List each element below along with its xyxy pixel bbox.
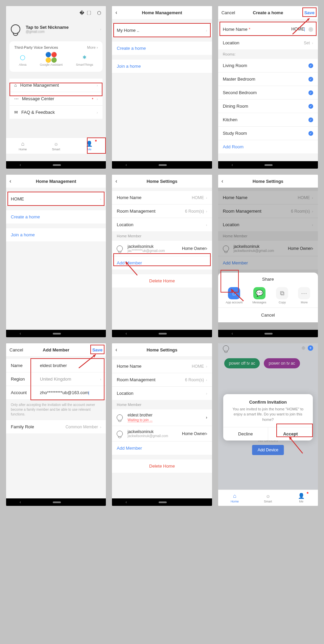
member-row[interactable]: jackwilsoninukjackwilsoninuk@gmail.com H… (112, 426, 212, 441)
save-button[interactable]: Save (304, 10, 315, 15)
region-row[interactable]: RegionUnited Kingdom› (6, 372, 106, 386)
avatar-icon (223, 245, 229, 252)
avatar-icon (117, 414, 123, 421)
home-name-row[interactable]: Home Name * HOME ✕ (218, 22, 318, 36)
room-item[interactable]: Master Bedroom✓ (218, 72, 318, 86)
page-title: Home Settings (146, 179, 177, 184)
chevron-icon: › (100, 27, 101, 31)
faq-icon: ✉ (14, 110, 18, 115)
voice-alexa[interactable]: ◯Alexa (19, 53, 27, 66)
tab-home[interactable]: ⌂Home (218, 490, 251, 506)
save-button[interactable]: Save (92, 347, 102, 352)
delete-home-button[interactable]: Delete Home (112, 274, 212, 287)
scan-icon[interactable]: �〔〕 (79, 10, 94, 16)
page-title: Home Management (142, 10, 182, 15)
member-header: Home Member (112, 231, 212, 241)
hint-text: Only after accepting the invitation will… (6, 399, 106, 420)
avatar-icon (117, 431, 123, 437)
join-home-link[interactable]: Join a home (6, 228, 106, 241)
clear-icon[interactable]: ✕ (308, 27, 313, 32)
profile-row[interactable]: Tap to Set Nickname @gmail.com › (6, 20, 106, 38)
location-row[interactable]: LocationSet› (218, 36, 318, 49)
page-title: Add Member (43, 347, 69, 352)
menu-message-center[interactable]: ⋯Message Center • › (9, 92, 102, 105)
back-button[interactable]: ‹ (9, 178, 11, 184)
back-button[interactable]: ‹ (115, 9, 117, 16)
tab-home[interactable]: ⌂Home (6, 138, 39, 154)
modal-title: Confirm Invitation (229, 400, 307, 405)
share-messages[interactable]: 💬Messages (252, 287, 266, 304)
member-row[interactable]: jackwilsoninuk jac********uk@gmail.com H… (112, 241, 212, 256)
share-app-account[interactable]: ⌂App account (226, 287, 242, 304)
home-name-row[interactable]: Home NameHOME› (112, 360, 212, 373)
room-item[interactable]: Second Bedroom✓ (218, 86, 318, 99)
page-title: Home Management (36, 179, 76, 184)
join-home-link[interactable]: Join a home (112, 60, 212, 73)
voice-google[interactable]: 🔵🔴🟡🟢Google Assistant (40, 53, 63, 66)
member-header: Home Member (112, 400, 212, 409)
create-home-link[interactable]: Create a home (112, 42, 212, 55)
tab-smart[interactable]: ☼Smart (39, 138, 72, 154)
add-member-link[interactable]: Add Member (112, 256, 212, 270)
page-title: Create a home (253, 10, 283, 15)
member-row[interactable]: eldest brother Waiting to join ... › (112, 409, 212, 426)
back-button[interactable]: ‹ (115, 178, 117, 184)
back-button[interactable]: ‹ (115, 347, 117, 353)
settings-icon[interactable]: ⬡ (97, 10, 101, 16)
family-role-row[interactable]: Family RoleCommon Member› (6, 420, 106, 433)
room-mgmt-row[interactable]: Room Management6 Room(s)› (112, 373, 212, 386)
room-item[interactable]: Study Room✓ (218, 127, 318, 140)
weather-icon[interactable]: ◎ (302, 345, 305, 351)
page-title: Home Settings (146, 347, 177, 352)
menu-home-management[interactable]: ⌂Home Management › (9, 79, 102, 92)
home-icon: ⌂ (14, 83, 17, 88)
home-item[interactable]: My Home ..› (112, 24, 212, 37)
tab-me[interactable]: 👤Me (73, 138, 106, 154)
add-device-button[interactable]: Add Device (252, 445, 284, 455)
email: @gmail.com (26, 30, 69, 34)
home-name-row[interactable]: Home NameHOME› (112, 191, 212, 204)
menu-faq[interactable]: ✉FAQ & Feedback › (9, 106, 102, 119)
room-item[interactable]: Kitchen✓ (218, 113, 318, 126)
more-link[interactable]: More › (87, 45, 98, 49)
tab-me[interactable]: 👤Me (285, 490, 318, 506)
tab-smart[interactable]: ☼Smart (251, 490, 284, 506)
back-button[interactable]: ‹ (222, 178, 223, 184)
create-home-link[interactable]: Create a home (6, 210, 106, 223)
voice-smartthings[interactable]: ✱SmartThings (76, 53, 93, 66)
nickname: Tap to Set Nickname (26, 25, 69, 30)
message-icon: ⋯ (14, 96, 19, 101)
add-room-link[interactable]: Add Room (218, 140, 318, 153)
add-member-link[interactable]: Add Member (112, 442, 212, 455)
page-title: Home Settings (253, 179, 283, 184)
home-item[interactable]: HOME› (6, 192, 106, 206)
room-item[interactable]: Living Room✓ (218, 59, 318, 72)
location-row[interactable]: Location› (112, 218, 212, 231)
voices-title: Third-Party Voice Services (14, 45, 58, 49)
share-more[interactable]: ⋯More (298, 287, 310, 304)
room-mgmt-row[interactable]: Room Management6 Room(s)› (112, 205, 212, 218)
share-cancel-button[interactable]: Cancel (218, 308, 318, 322)
rooms-header: Rooms: (218, 49, 318, 59)
room-item[interactable]: Dining Room✓ (218, 100, 318, 113)
modal-body: You are invited to join the home "HOME" … (229, 407, 307, 427)
delete-home-button[interactable]: Delete Home (112, 459, 212, 473)
accept-button[interactable]: Accept (268, 427, 313, 441)
avatar-icon[interactable] (223, 345, 232, 351)
avatar-icon (11, 24, 20, 34)
add-icon[interactable]: + (308, 345, 313, 351)
account-row[interactable]: Accountzho*********ub@163.com (6, 386, 106, 399)
location-row[interactable]: Location› (112, 387, 212, 400)
share-title: Share (218, 277, 318, 284)
avatar-icon (117, 245, 123, 252)
name-row[interactable]: Nameeldest brother (6, 359, 106, 372)
decline-button[interactable]: Decline (223, 427, 268, 441)
cancel-button[interactable]: Cancel (222, 10, 235, 15)
share-copy[interactable]: ⧉Copy (276, 287, 288, 304)
cancel-button[interactable]: Cancel (9, 347, 23, 352)
